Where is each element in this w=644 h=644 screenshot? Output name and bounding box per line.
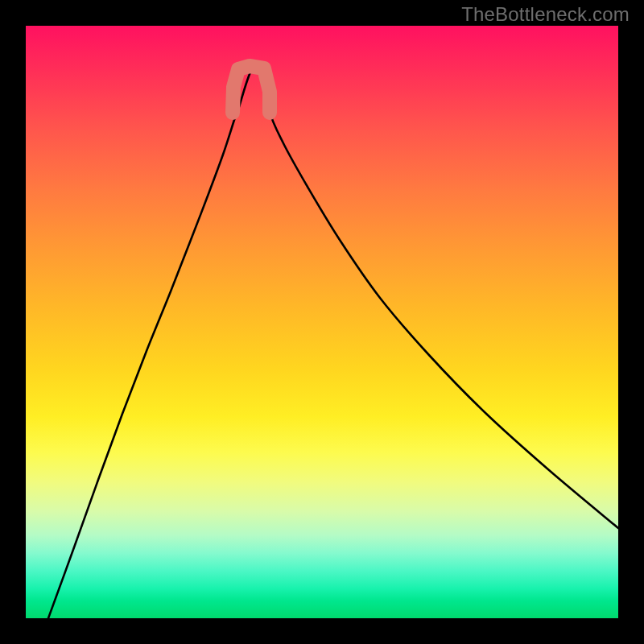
chart-background-gradient [26, 26, 618, 618]
watermark-source: TheBottleneck.com [461, 3, 630, 26]
chart-frame [26, 26, 618, 618]
